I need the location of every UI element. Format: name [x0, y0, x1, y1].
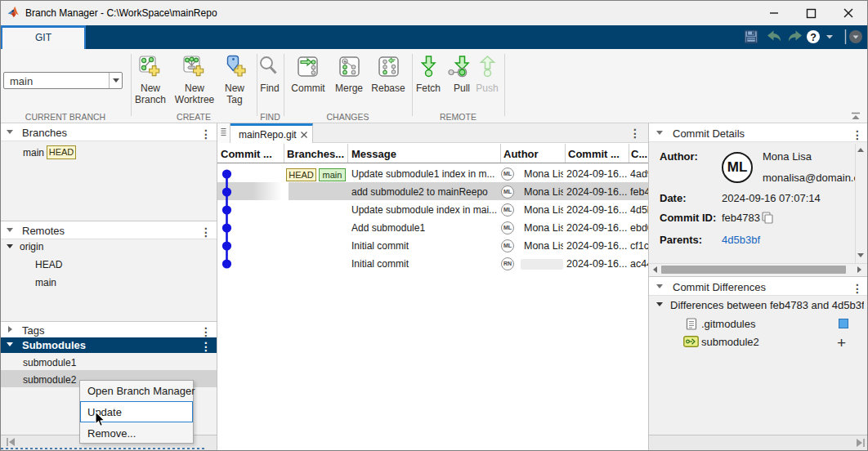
- svg-text:?: ?: [810, 32, 817, 43]
